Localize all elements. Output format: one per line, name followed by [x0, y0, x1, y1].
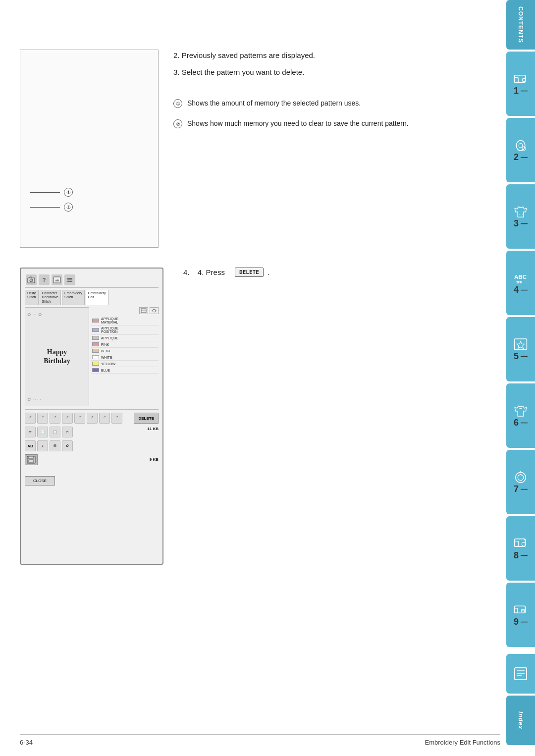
annotation-item-1: ① Shows the amount of memory the selecte…	[173, 98, 489, 108]
pattern-preview-box: ① ②	[20, 50, 159, 248]
action-icon-pencil[interactable]: ✏	[25, 427, 36, 437]
action-icon-key[interactable]: ⊞	[50, 440, 60, 451]
screen-tab-edit[interactable]: EmbroideryEdit	[86, 290, 108, 305]
annotations: ① Shows the amount of memory the selecte…	[173, 98, 489, 129]
stitch-icon-2[interactable]: 𝄓	[37, 413, 48, 424]
kb-top-display: 11 KB	[147, 427, 159, 437]
callout-circle-2: ②	[64, 203, 73, 212]
sidebar-tab-notes[interactable]	[506, 654, 535, 694]
label-applique-position: APPLIQUEPOSITION	[101, 326, 118, 333]
tab-5-number: 5	[514, 351, 519, 362]
tab-9-dash: —	[521, 618, 528, 626]
screen-list-icon-2[interactable]	[150, 307, 159, 314]
svg-point-2	[522, 78, 525, 81]
stitch-icon-6[interactable]: 𝄓	[87, 413, 98, 424]
callout-circle-1: ①	[64, 188, 73, 197]
callout-container: ① ②	[20, 188, 158, 217]
machine2-icon-8	[513, 537, 529, 550]
tab-3-dash: —	[521, 219, 528, 227]
list-item-pink: PINK	[91, 341, 159, 348]
preview-text-line2: Birthday	[44, 357, 70, 365]
screen-preview-area: ✿ ～ ✿ Happy Birthday ✿ · · · ·	[25, 307, 89, 406]
callout-dash-2	[30, 207, 60, 208]
preview-text-line1: Happy	[47, 348, 67, 356]
annotation-item-2: ② Shows how much memory you need to clea…	[173, 118, 489, 129]
stitch-icon-3[interactable]: 𝄓	[50, 413, 60, 424]
stitch-icon-5[interactable]: 𝄓	[74, 413, 85, 424]
screen-top-bar: ?	[25, 272, 159, 288]
sidebar-tab-1[interactable]: 1 —	[506, 52, 535, 116]
action-icon-lambda[interactable]: λ	[37, 440, 48, 451]
swatch-yellow	[92, 362, 99, 366]
delete-key-button[interactable]: DELETE	[235, 268, 264, 277]
sidebar-tab-contents[interactable]: CONTENTS	[506, 0, 535, 50]
sidebar: CONTENTS 1 — 2 — 3	[504, 0, 535, 756]
tab-5-row: 5 —	[514, 351, 528, 362]
svg-rect-34	[141, 309, 146, 313]
svg-point-28	[30, 279, 33, 282]
list-item-yellow: YELLOW	[91, 361, 159, 367]
swatch-applique-material	[92, 319, 99, 323]
annotation-1-text: Shows the amount of memory the selected …	[187, 98, 361, 108]
swatch-applique-position	[92, 328, 99, 332]
contents-label: CONTENTS	[517, 6, 524, 43]
list-item-applique-position: APPLIQUEPOSITION	[91, 325, 159, 335]
screen-tab-character[interactable]: CharacterDecorativeStitch	[40, 290, 61, 305]
sidebar-tab-6[interactable]: 6 —	[506, 383, 535, 448]
screen-tab-utility[interactable]: UtilityStitch	[25, 290, 39, 305]
sidebar-tab-4[interactable]: ABC ✿❀ 4 —	[506, 251, 535, 315]
label-yellow: YELLOW	[101, 362, 115, 366]
sidebar-tab-5[interactable]: 5 —	[506, 317, 535, 381]
stitch-icon-4[interactable]: 𝄓	[62, 413, 73, 424]
shirt-icon-3	[513, 205, 529, 218]
tab-9-number: 9	[514, 617, 519, 627]
stitch-icon-7[interactable]: 𝄓	[99, 413, 110, 424]
screen-icon-menu	[64, 274, 75, 285]
preview-decor-bottom: ✿ · · · ·	[27, 397, 41, 402]
screen-icon-preview	[52, 274, 62, 285]
action-icon-cut[interactable]: ✂	[62, 427, 73, 437]
step-3-body: Select the pattern you want to delete.	[182, 68, 305, 76]
sidebar-tab-7[interactable]: 7 —	[506, 450, 535, 514]
step-3-text: 3. Select the pattern you want to delete…	[173, 66, 489, 78]
tab-2-dash: —	[521, 153, 528, 161]
screen-delete-button[interactable]: DELETE	[134, 413, 159, 424]
kb-bottom-display: 9 KB	[150, 457, 159, 462]
label-pink: PINK	[101, 343, 109, 346]
screen-close-button[interactable]: CLOSE	[25, 476, 55, 486]
screen-main-area: ✿ ～ ✿ Happy Birthday ✿ · · · ·	[25, 307, 159, 406]
machine3-icon-9: 2!	[513, 603, 529, 617]
stitch-icon-8[interactable]: 𝄓	[111, 413, 122, 424]
abc-icon-4: ABC ✿❀	[513, 271, 529, 285]
screen-list-icon-1[interactable]	[139, 307, 148, 314]
tab-2-row: 2 —	[514, 152, 528, 162]
sidebar-tab-2[interactable]: 2 —	[506, 118, 535, 182]
tab-3-number: 3	[514, 218, 519, 229]
tab-4-number: 4	[514, 285, 519, 295]
swatch-blue	[92, 368, 99, 372]
annotation-2-text: Shows how much memory you need to clear …	[187, 118, 409, 129]
shirt2-icon-6	[513, 404, 529, 418]
action-icon-doc[interactable]: 📄	[37, 427, 48, 437]
stitch-icons-row: 𝄓 𝄓 𝄓 𝄓 𝄓 𝄓 𝄓 𝄓 DELETE	[25, 413, 159, 424]
sidebar-tab-index[interactable]: Index	[506, 696, 535, 745]
action-icon-doc2[interactable]: 📋	[50, 427, 60, 437]
step4-text: 4. 4. Press DELETE .	[183, 268, 269, 277]
svg-text:✿❀: ✿❀	[516, 279, 522, 284]
step4-number: 4.	[183, 268, 194, 276]
stitch-icon-1[interactable]: 𝄓	[25, 413, 36, 424]
tab-6-dash: —	[521, 419, 528, 427]
action-icon-ab[interactable]: AB	[25, 440, 36, 451]
list-item-applique: APPLIQUE	[91, 335, 159, 341]
floppy-icon	[25, 454, 38, 465]
sidebar-tab-3[interactable]: 3 —	[506, 184, 535, 249]
sidebar-tab-8[interactable]: 8 —	[506, 516, 535, 581]
tab-2-number: 2	[514, 152, 519, 162]
screen-icon-question: ?	[39, 274, 50, 285]
ab-icons-row: AB λ ⊞ ✿	[25, 440, 159, 451]
screen-tab-embroidery[interactable]: EmbroideryStitch	[62, 290, 85, 305]
sidebar-tab-9[interactable]: 2! 9 —	[506, 583, 535, 647]
action-icon-flower[interactable]: ✿	[62, 440, 73, 451]
tab-8-row: 8 —	[514, 550, 528, 561]
step-2-body: Previously saved patterns are displayed.	[182, 51, 315, 59]
